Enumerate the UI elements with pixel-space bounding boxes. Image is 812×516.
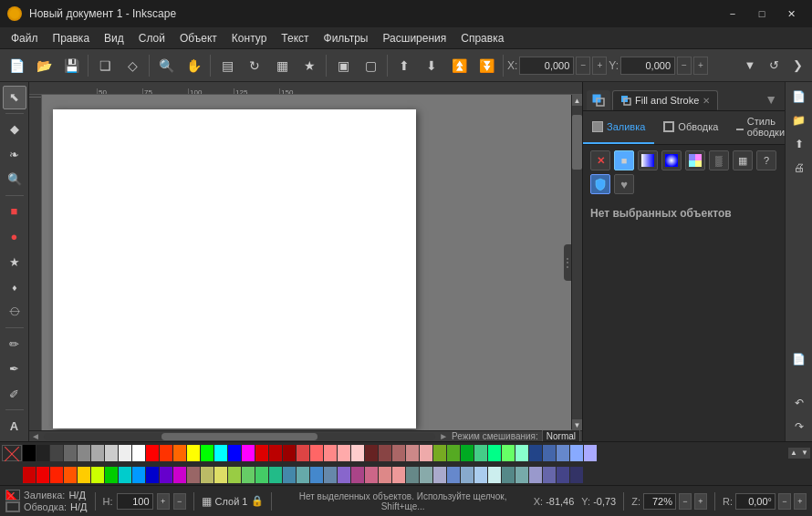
color2-18[interactable] bbox=[255, 467, 268, 483]
h-input[interactable] bbox=[117, 493, 153, 510]
transform-button[interactable]: ↻ bbox=[242, 53, 267, 78]
collapse-handle[interactable]: ⋮ bbox=[564, 244, 571, 281]
palette-scroll-down[interactable]: ▼ bbox=[799, 448, 810, 459]
fill-none-btn[interactable]: ✕ bbox=[590, 150, 610, 170]
dropper-button[interactable]: ★ bbox=[297, 53, 322, 78]
h-plus[interactable]: + bbox=[157, 493, 170, 510]
color2-27[interactable] bbox=[379, 467, 391, 483]
color-brown1[interactable] bbox=[379, 445, 391, 461]
rotate-input[interactable] bbox=[735, 493, 776, 510]
pages-btn[interactable]: 📄 bbox=[788, 86, 810, 108]
no-color-swatch[interactable] bbox=[2, 445, 22, 461]
color2-24[interactable] bbox=[338, 467, 350, 483]
menu-file[interactable]: Файл bbox=[4, 30, 46, 46]
tweak-tool[interactable]: ❧ bbox=[3, 142, 26, 166]
color2-30[interactable] bbox=[420, 467, 432, 483]
rotate-minus[interactable]: − bbox=[778, 493, 791, 510]
bottom-button[interactable]: ⏬ bbox=[474, 53, 499, 78]
zoom-button[interactable]: 🔍 bbox=[153, 53, 179, 78]
fill-heart-btn[interactable]: ♥ bbox=[614, 174, 634, 194]
spiral-tool[interactable]: ⦵ bbox=[3, 301, 26, 325]
rect-tool[interactable]: ■ bbox=[3, 200, 26, 223]
color-blue[interactable] bbox=[228, 445, 241, 461]
color2-31[interactable] bbox=[433, 467, 446, 483]
color2-22[interactable] bbox=[310, 467, 323, 483]
y-input[interactable] bbox=[620, 57, 675, 75]
tab-stroke-style[interactable]: Стиль обводки bbox=[727, 111, 785, 144]
rotate-plus[interactable]: + bbox=[794, 493, 807, 510]
color2-10[interactable] bbox=[146, 467, 159, 483]
color-dark1[interactable] bbox=[36, 445, 49, 461]
color-light-red[interactable] bbox=[310, 445, 323, 461]
rotate-reset-icon[interactable]: ↺ bbox=[763, 55, 785, 77]
color-dark-red[interactable] bbox=[255, 445, 268, 461]
color2-40[interactable] bbox=[557, 467, 569, 483]
color-olive[interactable] bbox=[433, 445, 446, 461]
ellipse-tool[interactable]: ● bbox=[3, 224, 26, 248]
color-yellow[interactable] bbox=[187, 445, 200, 461]
color2-38[interactable] bbox=[529, 467, 542, 483]
node-button[interactable]: ◇ bbox=[120, 53, 145, 78]
color-brown2[interactable] bbox=[392, 445, 405, 461]
color2-25[interactable] bbox=[351, 467, 364, 483]
canvas-area[interactable]: ⋮ bbox=[42, 95, 571, 430]
group-button[interactable]: ▣ bbox=[330, 53, 356, 78]
open-file-btn[interactable]: 📁 bbox=[788, 109, 810, 131]
tab-fill[interactable]: Заливка bbox=[583, 111, 654, 144]
color-green[interactable] bbox=[201, 445, 213, 461]
zoom-plus[interactable]: + bbox=[694, 493, 707, 510]
top-button[interactable]: ⏫ bbox=[446, 53, 472, 78]
fill-special-btn[interactable] bbox=[590, 174, 610, 194]
fill-radial-btn[interactable] bbox=[661, 150, 682, 170]
menu-edit[interactable]: Правка bbox=[46, 30, 98, 46]
color2-1[interactable] bbox=[23, 467, 36, 483]
fill-mesh-btn[interactable] bbox=[685, 150, 705, 170]
green-file-btn[interactable]: 📄 bbox=[788, 348, 810, 370]
menu-text[interactable]: Текст bbox=[274, 30, 316, 46]
color2-11[interactable] bbox=[160, 467, 172, 483]
scroll-thumb[interactable] bbox=[572, 115, 582, 170]
color2-3[interactable] bbox=[50, 467, 63, 483]
color-brown-red[interactable] bbox=[365, 445, 378, 461]
x-input[interactable] bbox=[519, 57, 574, 75]
save-button[interactable]: 💾 bbox=[58, 53, 84, 78]
scroll-up-arrow[interactable]: ▲ bbox=[572, 95, 582, 106]
color-brown4[interactable] bbox=[420, 445, 432, 461]
color2-39[interactable] bbox=[543, 467, 556, 483]
color-cyan[interactable] bbox=[214, 445, 227, 461]
x-minus[interactable]: − bbox=[576, 57, 590, 75]
color-black[interactable] bbox=[23, 445, 36, 461]
color2-5[interactable] bbox=[78, 467, 90, 483]
color-gray1[interactable] bbox=[78, 445, 90, 461]
align-button[interactable]: ▤ bbox=[214, 53, 240, 78]
new-button[interactable]: 📄 bbox=[4, 53, 29, 78]
y-plus[interactable]: + bbox=[693, 57, 708, 75]
raise-button[interactable]: ⬆ bbox=[391, 53, 417, 78]
menu-layer[interactable]: Слой bbox=[131, 30, 172, 46]
color2-33[interactable] bbox=[461, 467, 474, 483]
color2-4[interactable] bbox=[64, 467, 77, 483]
color-pink[interactable] bbox=[324, 445, 337, 461]
zoom-minus[interactable]: − bbox=[679, 493, 692, 510]
color2-14[interactable] bbox=[201, 467, 213, 483]
x-plus[interactable]: + bbox=[592, 57, 607, 75]
color2-12[interactable] bbox=[173, 467, 186, 483]
color2-36[interactable] bbox=[502, 467, 515, 483]
menu-extensions[interactable]: Расширения bbox=[375, 30, 453, 46]
color2-35[interactable] bbox=[488, 467, 501, 483]
pen-tool[interactable]: ✒ bbox=[3, 357, 26, 381]
node-tool[interactable]: ◆ bbox=[3, 118, 26, 141]
hscroll-thumb[interactable] bbox=[161, 433, 318, 440]
color2-37[interactable] bbox=[515, 467, 528, 483]
maximize-button[interactable]: □ bbox=[748, 5, 776, 23]
color2-15[interactable] bbox=[214, 467, 227, 483]
color-dark3[interactable] bbox=[64, 445, 77, 461]
menu-filters[interactable]: Фильтры bbox=[317, 30, 376, 46]
zoom-tool[interactable]: 🔍 bbox=[3, 168, 26, 191]
color-maroon[interactable] bbox=[283, 445, 296, 461]
menu-path[interactable]: Контур bbox=[224, 30, 274, 46]
color-light-pink[interactable] bbox=[338, 445, 350, 461]
panel-tab-fill-stroke[interactable]: Fill and Stroke ✕ bbox=[612, 90, 718, 110]
y-minus[interactable]: − bbox=[677, 57, 692, 75]
h-minus[interactable]: − bbox=[173, 493, 186, 510]
